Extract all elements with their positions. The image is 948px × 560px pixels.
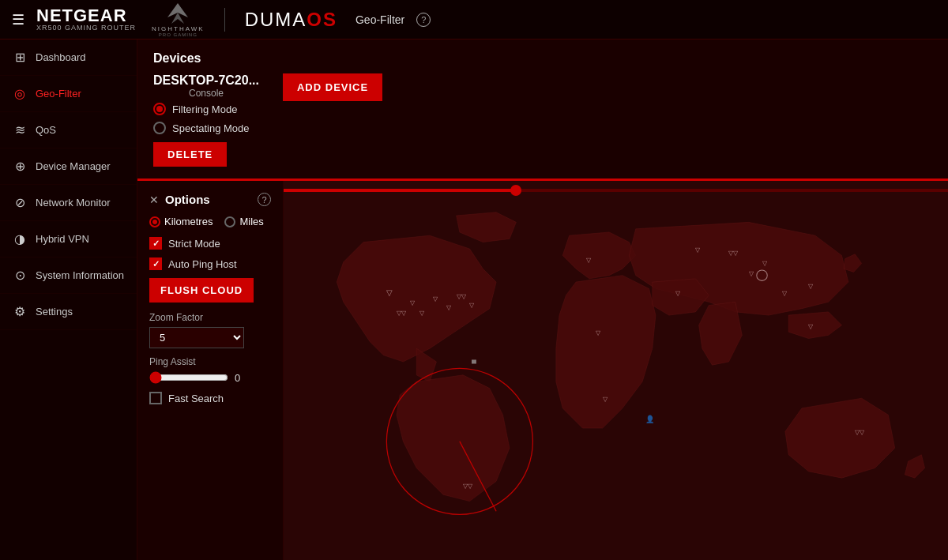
options-help-icon[interactable]: ? <box>258 193 271 206</box>
network-monitor-icon <box>12 195 28 210</box>
ping-section: Ping Assist 0 <box>149 356 271 384</box>
delete-button[interactable]: DELETE <box>153 142 227 167</box>
fast-search-check-icon <box>149 392 162 404</box>
auto-ping-check-icon <box>149 257 162 270</box>
svg-text:▽: ▽ <box>433 295 438 303</box>
sidebar-label-network-monitor: Network Monitor <box>36 197 111 209</box>
kilometres-radio[interactable] <box>149 216 160 227</box>
svg-text:▽: ▽ <box>469 301 475 309</box>
sidebar-item-network-monitor[interactable]: Network Monitor <box>0 185 137 221</box>
svg-text:▽▽: ▽▽ <box>457 292 467 300</box>
svg-text:▽: ▽ <box>446 303 452 311</box>
header-divider <box>224 8 225 32</box>
menu-icon[interactable]: ☰ <box>12 11 24 28</box>
zoom-select[interactable]: 5 1 2 3 4 6 7 8 9 10 <box>149 327 244 348</box>
devices-title: Devices <box>153 51 932 66</box>
sidebar-item-geo-filter[interactable]: Geo-Filter <box>0 76 137 112</box>
devices-panel: Devices DESKTOP-7C20... Console Filterin… <box>137 39 948 181</box>
options-header: ✕ Options ? <box>149 193 271 206</box>
map-section: ✕ Options ? Kilometres Miles <box>137 181 948 560</box>
svg-text:▽: ▽ <box>749 269 754 277</box>
sidebar-label-hybrid-vpn: Hybrid VPN <box>36 233 89 245</box>
device-type: Console <box>153 88 259 99</box>
filtering-mode-radio[interactable] <box>153 103 166 115</box>
map-slider-thumb[interactable] <box>510 185 521 196</box>
brand-name: NETGEAR <box>36 7 136 24</box>
options-close-icon[interactable]: ✕ <box>149 194 159 206</box>
filtering-mode-option[interactable]: Filtering Mode <box>153 103 259 115</box>
flush-cloud-button[interactable]: FLUSH CLOUD <box>149 278 254 303</box>
miles-label: Miles <box>239 216 263 227</box>
sidebar: Dashboard Geo-Filter QoS Device Manager … <box>0 39 137 560</box>
map-container[interactable]: ▽ ▽ ▽ ▽ ▽ ▽▽ ▽ ▽▽ ▽▽ ▽ ▽ <box>284 181 948 560</box>
auto-ping-host-checkbox[interactable]: Auto Ping Host <box>149 257 271 270</box>
sidebar-item-device-manager[interactable]: Device Manager <box>0 148 137 185</box>
spectating-mode-label: Spectating Mode <box>172 122 250 134</box>
nighthawk-text: NIGHTHAWK <box>152 25 205 32</box>
spectating-mode-radio[interactable] <box>153 122 166 134</box>
svg-rect-28 <box>472 359 476 363</box>
sidebar-item-qos[interactable]: QoS <box>0 112 137 148</box>
svg-text:▽: ▽ <box>596 329 601 336</box>
ping-row: 0 <box>149 371 271 384</box>
geo-icon <box>12 86 28 101</box>
svg-text:▽▽: ▽▽ <box>855 428 865 436</box>
svg-text:▽▽: ▽▽ <box>728 249 739 257</box>
header-help-icon[interactable]: ? <box>416 13 431 27</box>
ping-label: Ping Assist <box>149 356 271 367</box>
geo-filter-label: Geo-Filter <box>356 13 404 26</box>
strict-mode-check-icon <box>149 237 162 250</box>
svg-text:▽: ▽ <box>419 309 425 317</box>
world-map-svg: ▽ ▽ ▽ ▽ ▽ ▽▽ ▽ ▽▽ ▽▽ ▽ ▽ <box>284 197 948 560</box>
add-device-button[interactable]: ADD DEVICE <box>283 73 382 101</box>
ping-assist-slider[interactable] <box>149 371 228 384</box>
zoom-select-wrap: 5 1 2 3 4 6 7 8 9 10 <box>149 327 271 348</box>
options-title: Options <box>165 193 210 206</box>
svg-text:▽: ▽ <box>603 395 608 403</box>
kilometres-option[interactable]: Kilometres <box>149 216 213 227</box>
sidebar-item-settings[interactable]: Settings <box>0 294 137 330</box>
svg-text:▽: ▽ <box>410 299 416 306</box>
brand-logo: NETGEAR XR500 GAMING ROUTER <box>36 7 136 32</box>
sidebar-item-system-information[interactable]: System Information <box>0 257 137 294</box>
kilometres-label: Kilometres <box>164 216 213 227</box>
brand-model: XR500 GAMING ROUTER <box>36 24 136 32</box>
content-area: Devices DESKTOP-7C20... Console Filterin… <box>137 39 948 560</box>
sidebar-label-qos: QoS <box>36 124 56 136</box>
options-panel: ✕ Options ? Kilometres Miles <box>137 181 284 560</box>
miles-radio[interactable] <box>224 216 235 227</box>
svg-text:▽: ▽ <box>386 288 393 297</box>
sidebar-item-dashboard[interactable]: Dashboard <box>0 39 137 76</box>
qos-icon <box>12 122 28 137</box>
svg-text:▽: ▽ <box>762 259 768 267</box>
sidebar-label-device-manager: Device Manager <box>36 160 111 172</box>
sidebar-label-system-information: System Information <box>36 269 124 281</box>
app-header: ☰ NETGEAR XR500 GAMING ROUTER NIGHTHAWK … <box>0 0 948 39</box>
nighthawk-sub: PRO GAMING <box>159 32 198 37</box>
nighthawk-logo: NIGHTHAWK PRO GAMING <box>152 2 205 37</box>
svg-text:▽▽: ▽▽ <box>397 309 407 317</box>
svg-text:▽▽: ▽▽ <box>463 482 473 490</box>
strict-mode-checkbox[interactable]: Strict Mode <box>149 237 271 250</box>
sidebar-label-geo-filter: Geo-Filter <box>36 88 81 100</box>
sysinfo-icon <box>12 268 28 283</box>
strict-mode-label: Strict Mode <box>168 238 220 250</box>
fast-search-checkbox[interactable]: Fast Search <box>149 392 271 404</box>
sidebar-item-hybrid-vpn[interactable]: Hybrid VPN <box>0 221 137 257</box>
spectating-mode-option[interactable]: Spectating Mode <box>153 122 259 134</box>
svg-text:▽: ▽ <box>808 322 814 330</box>
unit-row: Kilometres Miles <box>149 216 271 227</box>
map-range-slider-track <box>284 189 948 192</box>
sidebar-label-dashboard: Dashboard <box>36 51 86 63</box>
svg-text:▽: ▽ <box>695 246 701 254</box>
miles-option[interactable]: Miles <box>224 216 263 227</box>
filtering-mode-label: Filtering Mode <box>172 103 237 115</box>
device-row: DESKTOP-7C20... Console Filtering Mode S… <box>153 73 932 167</box>
device-name: DESKTOP-7C20... <box>153 73 259 88</box>
zoom-label: Zoom Factor <box>149 312 271 323</box>
svg-text:▽: ▽ <box>808 282 814 290</box>
svg-text:▽: ▽ <box>675 289 681 297</box>
sidebar-label-settings: Settings <box>36 306 73 318</box>
main-layout: Dashboard Geo-Filter QoS Device Manager … <box>0 39 948 560</box>
os-text: OS <box>307 9 337 30</box>
